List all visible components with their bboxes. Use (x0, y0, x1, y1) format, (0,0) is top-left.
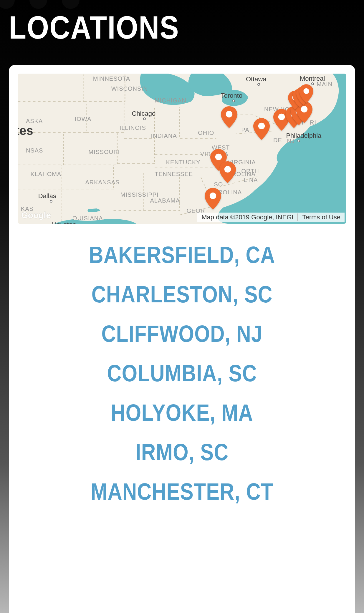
map-marker-icon[interactable] (219, 161, 236, 183)
location-link[interactable]: Columbia, SC (42, 360, 322, 387)
svg-point-10 (303, 88, 309, 94)
map-terms-link[interactable]: Terms of Use (297, 213, 345, 221)
map[interactable]: tes MINNESOTAWISCONSINMICHIGANIOWAILLINO… (18, 74, 346, 224)
svg-point-2 (258, 123, 264, 129)
page-title: Locations (9, 11, 314, 44)
locations-card: tes MINNESOTAWISCONSINMICHIGANIOWAILLINO… (9, 65, 355, 613)
svg-point-3 (278, 114, 285, 120)
map-marker-icon[interactable] (205, 188, 221, 210)
svg-point-12 (224, 166, 231, 173)
google-logo: Google (21, 210, 51, 220)
location-link[interactable]: Irmo, SC (42, 439, 322, 466)
svg-point-1 (226, 111, 232, 117)
location-link[interactable]: Cliffwood, NJ (42, 320, 322, 347)
map-marker-icon[interactable] (221, 106, 237, 128)
svg-point-11 (215, 154, 222, 160)
map-data-attribution: Map data ©2019 Google, INEGI (197, 213, 297, 221)
map-marker-icon[interactable] (299, 84, 313, 103)
location-link[interactable]: Holyoke, MA (42, 399, 322, 426)
map-marker-icon[interactable] (253, 118, 270, 140)
svg-point-13 (210, 193, 216, 199)
locations-list: Bakersfield, CACharleston, SCCliffwood, … (18, 241, 346, 505)
location-link[interactable]: Bakersfield, CA (42, 241, 322, 269)
location-link[interactable]: Manchester, CT (42, 478, 322, 505)
map-attribution: Map data ©2019 Google, INEGI Terms of Us… (197, 213, 345, 222)
location-link[interactable]: Charleston, SC (42, 281, 322, 308)
